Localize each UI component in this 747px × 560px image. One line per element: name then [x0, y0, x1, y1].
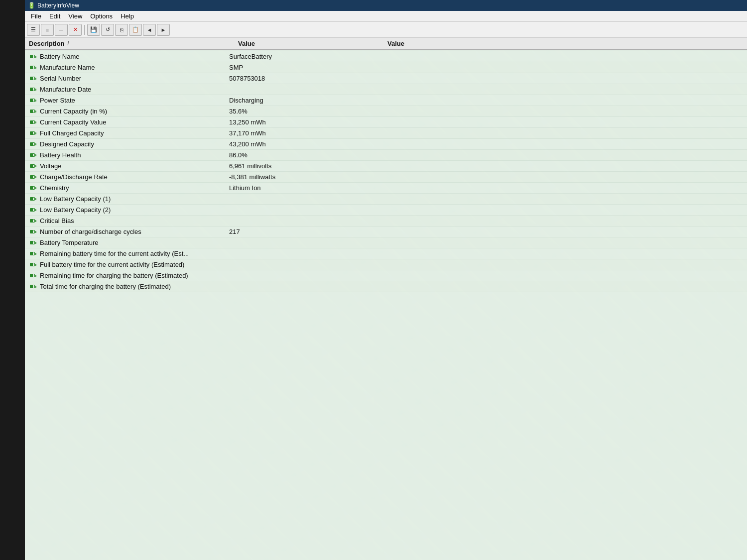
menu-view[interactable]: View	[64, 11, 86, 21]
row-label: Battery Name	[40, 53, 229, 60]
row-battery-icon	[29, 250, 37, 258]
row-label: Charge/Discharge Rate	[40, 173, 229, 181]
menu-help[interactable]: Help	[117, 11, 138, 21]
row-value: -8,381 milliwatts	[229, 173, 378, 181]
row-battery-icon	[29, 217, 37, 225]
app-icon: 🔋	[28, 2, 35, 9]
table-row[interactable]: Current Capacity (in %) 35.6%	[25, 106, 747, 117]
table-row[interactable]: Designed Capacity 43,200 mWh	[25, 139, 747, 150]
row-label: Battery Temperature	[40, 239, 229, 246]
row-battery-icon	[29, 261, 37, 269]
table-row[interactable]: Number of charge/discharge cycles 217	[25, 226, 747, 237]
table-content: Battery Name SurfaceBattery Manufacture …	[25, 50, 747, 560]
row-battery-icon	[29, 97, 37, 105]
toolbar-prev-btn[interactable]: ◄	[143, 24, 156, 36]
row-value: 6,961 millivolts	[229, 162, 378, 170]
table-row[interactable]: Full Charged Capacity 37,170 mWh	[25, 128, 747, 139]
table-row[interactable]: Serial Number 5078753018	[25, 73, 747, 84]
row-label: Manufacture Date	[40, 86, 229, 93]
row-label: Serial Number	[40, 75, 229, 82]
table-row[interactable]: Manufacture Name SMP	[25, 62, 747, 73]
menu-file[interactable]: File	[27, 11, 45, 21]
row-value: 217	[229, 228, 378, 235]
row-label: Remaining time for charging the battery …	[40, 272, 229, 279]
table-row[interactable]: Chemistry Lithium Ion	[25, 183, 747, 194]
row-battery-icon	[29, 151, 37, 159]
toolbar-properties-btn[interactable]: ☰	[27, 24, 40, 36]
row-label: Battery Health	[40, 151, 229, 159]
title-bar: 🔋 BatteryInfoView	[25, 0, 747, 11]
row-value: 13,250 mWh	[229, 118, 378, 126]
row-label: Low Battery Capacity (1)	[40, 195, 229, 203]
table-row[interactable]: Voltage 6,961 millivolts	[25, 161, 747, 172]
row-label: Low Battery Capacity (2)	[40, 206, 229, 214]
column-headers: Description / Value Value	[25, 38, 747, 50]
row-value: SurfaceBattery	[229, 53, 378, 60]
toolbar: ☰ ≡ ─ ✕ 💾 ↺ ⎘ 📋 ◄ ►	[25, 22, 747, 38]
toolbar-minimize-btn[interactable]: ─	[55, 24, 68, 36]
col-header-value1[interactable]: Value	[238, 40, 387, 47]
row-label: Current Capacity (in %)	[40, 108, 229, 115]
table-row[interactable]: Battery Temperature	[25, 237, 747, 248]
row-battery-icon	[29, 173, 37, 181]
row-value: 86.0%	[229, 151, 378, 159]
row-label: Number of charge/discharge cycles	[40, 228, 229, 235]
row-value: 37,170 mWh	[229, 129, 378, 137]
row-battery-icon	[29, 228, 37, 236]
row-label: Full Charged Capacity	[40, 129, 229, 137]
toolbar-copy-all-btn[interactable]: 📋	[129, 24, 142, 36]
row-label: Remaining battery time for the current a…	[40, 250, 229, 257]
table-row[interactable]: Remaining time for charging the battery …	[25, 270, 747, 281]
row-battery-icon	[29, 118, 37, 126]
toolbar-save-btn[interactable]: 💾	[87, 24, 100, 36]
table-row[interactable]: Full battery time for the current activi…	[25, 259, 747, 270]
row-battery-icon	[29, 86, 37, 94]
toolbar-next-btn[interactable]: ►	[157, 24, 170, 36]
table-row[interactable]: Low Battery Capacity (1)	[25, 194, 747, 205]
row-label: Chemistry	[40, 184, 229, 192]
toolbar-copy-btn[interactable]: ⎘	[115, 24, 128, 36]
row-battery-icon	[29, 184, 37, 192]
toolbar-sep	[84, 25, 85, 35]
main-window: 🔋 BatteryInfoView File Edit View Options…	[25, 0, 747, 560]
menu-bar: File Edit View Options Help	[25, 11, 747, 22]
app-title: BatteryInfoView	[37, 2, 79, 9]
col-header-description[interactable]: Description /	[29, 40, 238, 47]
row-value: 43,200 mWh	[229, 140, 378, 148]
row-battery-icon	[29, 140, 37, 148]
table-row[interactable]: Manufacture Date	[25, 84, 747, 95]
toolbar-report-btn[interactable]: ≡	[41, 24, 54, 36]
row-value: SMP	[229, 64, 378, 71]
row-battery-icon	[29, 108, 37, 115]
row-label: Critical Bias	[40, 217, 229, 224]
row-battery-icon	[29, 53, 37, 61]
col-header-value2[interactable]: Value	[387, 40, 743, 47]
row-battery-icon	[29, 206, 37, 214]
row-label: Current Capacity Value	[40, 118, 229, 126]
table-row[interactable]: Power State Discharging	[25, 95, 747, 106]
row-label: Total time for charging the battery (Est…	[40, 283, 229, 290]
table-row[interactable]: Remaining battery time for the current a…	[25, 248, 747, 259]
table-row[interactable]: Total time for charging the battery (Est…	[25, 281, 747, 292]
left-panel	[0, 0, 25, 560]
menu-options[interactable]: Options	[86, 11, 117, 21]
menu-edit[interactable]: Edit	[45, 11, 64, 21]
table-row[interactable]: Charge/Discharge Rate -8,381 milliwatts	[25, 172, 747, 183]
row-battery-icon	[29, 129, 37, 137]
toolbar-refresh-btn[interactable]: ↺	[101, 24, 114, 36]
row-value: Discharging	[229, 97, 378, 104]
table-row[interactable]: Battery Health 86.0%	[25, 150, 747, 161]
sort-indicator: /	[68, 41, 69, 46]
table-row[interactable]: Current Capacity Value 13,250 mWh	[25, 117, 747, 128]
row-label: Power State	[40, 97, 229, 104]
toolbar-close-btn[interactable]: ✕	[69, 24, 82, 36]
row-battery-icon	[29, 239, 37, 247]
row-battery-icon	[29, 64, 37, 72]
row-label: Full battery time for the current activi…	[40, 261, 229, 268]
row-battery-icon	[29, 75, 37, 83]
table-row[interactable]: Battery Name SurfaceBattery	[25, 51, 747, 62]
table-row[interactable]: Low Battery Capacity (2)	[25, 205, 747, 216]
row-battery-icon	[29, 162, 37, 170]
table-row[interactable]: Critical Bias	[25, 216, 747, 226]
row-value: Lithium Ion	[229, 184, 378, 192]
